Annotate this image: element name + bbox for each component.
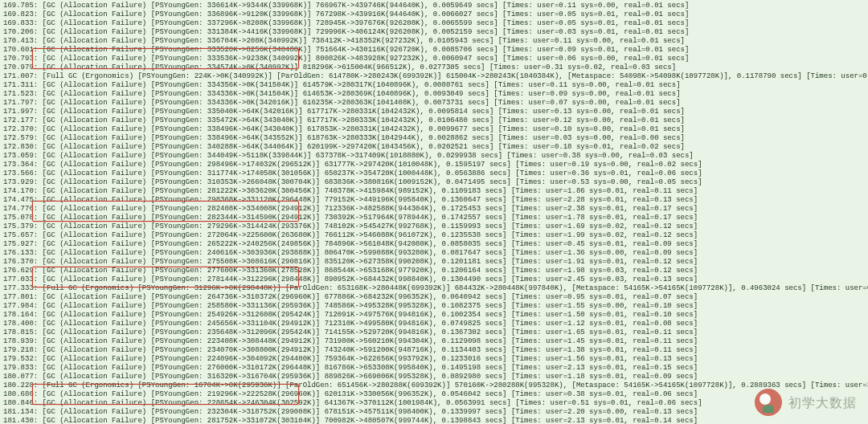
log-line: 181.134: [GC (Allocation Failure) [PSYou… [3,408,865,417]
log-line: 173.059: [GC (Allocation Failure) [PSYou… [3,152,865,161]
log-line: 174.776: [GC (Allocation Failure) [PSYou… [3,205,865,214]
log-line: 177.801: [GC (Allocation Failure) [PSYou… [3,293,865,302]
log-line: 172.177: [GC (Allocation Failure) [PSYou… [3,116,865,125]
log-line: 178.939: [GC (Allocation Failure) [PSYou… [3,337,865,346]
log-line: 170.601: [GC (Allocation Failure) [PSYou… [3,46,865,55]
log-line: 169.833: [GC (Allocation Failure) [PSYou… [3,19,865,28]
log-line: 176.370: [GC (Allocation Failure) [PSYou… [3,258,865,267]
log-line: 173.929: [GC (Allocation Failure) [PSYou… [3,178,865,187]
log-line: 179.833: [GC (Allocation Failure) [PSYou… [3,364,865,373]
log-line: 172.370: [GC (Allocation Failure) [PSYou… [3,125,865,134]
log-line: 171.797: [GC (Allocation Failure) [PSYou… [3,99,865,108]
log-line: 179.218: [GC (Allocation Failure) [PSYou… [3,346,865,355]
log-line: 180.846: [GC (Allocation Failure) [PSYou… [3,399,865,408]
log-line: 178.815: [GC (Allocation Failure) [PSYou… [3,328,865,337]
log-line: 180.077: [GC (Allocation Failure) [PSYou… [3,373,865,381]
log-line: 170.206: [GC (Allocation Failure) [PSYou… [3,28,865,37]
log-line: 180.686: [GC (Allocation Failure) [PSYou… [3,390,865,399]
log-line: 171.523: [GC (Allocation Failure) [PSYou… [3,90,865,99]
log-line: 172.579: [GC (Allocation Failure) [PSYou… [3,134,865,143]
log-line: 169.823: [GC (Allocation Failure) [PSYou… [3,10,865,19]
log-line: 178.400: [GC (Allocation Failure) [PSYou… [3,320,865,328]
log-line: 170.979: [GC (Allocation Failure) [PSYou… [3,63,865,72]
log-line: 180.228: [Full GC (Ergonomics) [PSYoungG… [3,381,865,390]
log-line: 177.984: [GC (Allocation Failure) [PSYou… [3,302,865,311]
log-line: 175.657: [GC (Allocation Failure) [PSYou… [3,231,865,240]
log-line: 174.170: [GC (Allocation Failure) [PSYou… [3,187,865,196]
gc-log-console: 169.785: [GC (Allocation Failure) [PSYou… [0,0,868,424]
log-line: 177.033: [GC (Allocation Failure) [PSYou… [3,275,865,284]
log-line: 179.532: [GC (Allocation Failure) [PSYou… [3,355,865,364]
log-line: 175.379: [GC (Allocation Failure) [PSYou… [3,222,865,231]
log-line: 176.133: [GC (Allocation Failure) [PSYou… [3,249,865,258]
log-line: 175.078: [GC (Allocation Failure) [PSYou… [3,214,865,222]
log-line: 171.007: [Full GC (Ergonomics) [PSYoungG… [3,72,865,81]
log-line: 173.566: [GC (Allocation Failure) [PSYou… [3,169,865,178]
watermark-label: 初学大数据 [788,398,857,407]
log-line: 181.430: [GC (Allocation Failure) [PSYou… [3,417,865,424]
log-line: 169.785: [GC (Allocation Failure) [PSYou… [3,2,865,10]
log-line: 172.830: [GC (Allocation Failure) [PSYou… [3,143,865,152]
log-line: 171.311: [GC (Allocation Failure) [PSYou… [3,81,865,90]
watermark-logo-icon [755,389,782,416]
log-line: 170.793: [GC (Allocation Failure) [PSYou… [3,55,865,63]
log-line: 173.364: [GC (Allocation Failure) [PSYou… [3,161,865,169]
log-line: 177.333: [Full GC (Ergonomics) [PSYoungG… [3,284,865,293]
watermark: 初学大数据 [755,389,857,416]
log-line: 178.164: [GC (Allocation Failure) [PSYou… [3,311,865,320]
log-line: 175.927: [GC (Allocation Failure) [PSYou… [3,240,865,249]
log-lines-container: 169.785: [GC (Allocation Failure) [PSYou… [3,2,865,424]
log-line: 174.475: [GC (Allocation Failure) [PSYou… [3,196,865,205]
log-line: 170.413: [GC (Allocation Failure) [PSYou… [3,37,865,46]
log-line: 176.629: [GC (Allocation Failure) [PSYou… [3,267,865,275]
log-line: 171.997: [GC (Allocation Failure) [PSYou… [3,108,865,116]
